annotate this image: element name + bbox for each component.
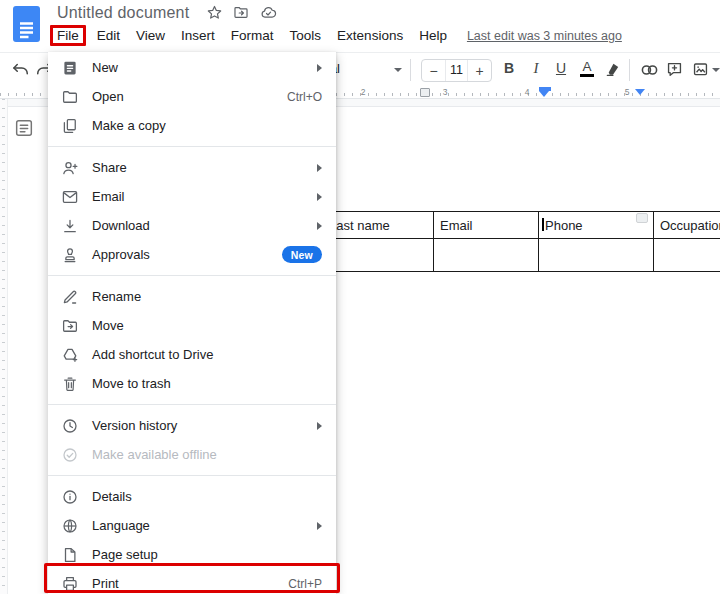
ruler-number: 2	[361, 87, 366, 97]
table-header-occupation[interactable]: Occupation	[654, 212, 720, 239]
submenu-arrow-icon	[317, 422, 322, 430]
left-indent-marker[interactable]	[539, 91, 549, 97]
increase-font-size-button[interactable]: +	[468, 63, 491, 79]
table-cell[interactable]	[654, 239, 720, 272]
decrease-font-size-button[interactable]: −	[422, 63, 445, 79]
table-header-last-name[interactable]: Last name	[323, 212, 434, 239]
trash-icon	[61, 375, 79, 393]
underline-button[interactable]: U	[552, 60, 570, 76]
move-folder-icon	[61, 317, 79, 335]
table-cell[interactable]	[539, 239, 654, 272]
copy-icon	[61, 117, 79, 135]
shortcut-label: Ctrl+P	[288, 577, 322, 591]
menu-item-rename[interactable]: Rename	[48, 282, 336, 311]
submenu-arrow-icon	[317, 164, 322, 172]
folder-open-icon	[61, 88, 79, 106]
drive-shortcut-icon	[61, 346, 79, 364]
google-docs-logo-icon[interactable]	[13, 6, 40, 46]
menu-item-approvals[interactable]: Approvals New	[48, 240, 336, 269]
menu-format[interactable]: Format	[223, 27, 282, 44]
first-line-indent-marker[interactable]	[539, 87, 551, 91]
menu-divider	[48, 475, 336, 476]
print-icon	[61, 575, 79, 593]
download-icon	[61, 217, 79, 235]
menu-divider	[48, 275, 336, 276]
menu-insert[interactable]: Insert	[173, 27, 223, 44]
menu-item-add-shortcut-to-drive[interactable]: Add shortcut to Drive	[48, 340, 336, 369]
rename-pencil-icon	[61, 288, 79, 306]
info-icon	[61, 488, 79, 506]
table-cell[interactable]	[434, 239, 539, 272]
table-column-ruler-grip[interactable]	[420, 88, 430, 97]
new-feature-badge: New	[282, 246, 322, 263]
submenu-arrow-icon	[317, 222, 322, 230]
table-header-email[interactable]: Email	[434, 212, 539, 239]
menu-item-download[interactable]: Download	[48, 211, 336, 240]
bold-button[interactable]: B	[500, 60, 518, 76]
text-color-button[interactable]: A	[578, 59, 596, 74]
menu-tools[interactable]: Tools	[282, 27, 330, 44]
menu-file[interactable]: File	[50, 25, 86, 46]
highlighter-icon[interactable]	[603, 60, 622, 83]
menu-item-make-a-copy[interactable]: Make a copy	[48, 111, 336, 140]
table-cell[interactable]	[323, 239, 434, 272]
text-cursor	[542, 218, 544, 231]
menu-divider	[48, 146, 336, 147]
insert-link-icon[interactable]	[639, 61, 660, 83]
menu-item-email[interactable]: Email	[48, 182, 336, 211]
document-table: Last name Email Phone Occupation	[322, 211, 720, 272]
font-size-control: − 11 +	[421, 59, 492, 82]
shortcut-label: Ctrl+O	[287, 90, 322, 104]
document-outline-icon[interactable]	[13, 117, 35, 143]
submenu-arrow-icon	[317, 64, 322, 72]
offline-check-icon	[61, 446, 79, 464]
version-history-icon	[61, 417, 79, 435]
language-globe-icon	[61, 517, 79, 535]
menu-item-details[interactable]: Details	[48, 482, 336, 511]
submenu-arrow-icon	[317, 193, 322, 201]
undo-icon[interactable]	[11, 60, 31, 84]
page-setup-icon	[61, 546, 79, 564]
menu-bar: File Edit View Insert Format Tools Exten…	[50, 25, 622, 46]
menu-item-open[interactable]: Open Ctrl+O	[48, 82, 336, 111]
right-indent-marker[interactable]	[635, 89, 645, 95]
text-color-swatch	[580, 74, 594, 78]
insert-image-icon[interactable]	[691, 60, 710, 83]
font-size-value[interactable]: 11	[445, 60, 468, 81]
ruler-number: 4	[525, 87, 530, 97]
menu-item-share[interactable]: Share	[48, 153, 336, 182]
menu-view[interactable]: View	[128, 27, 173, 44]
menu-item-print[interactable]: Print Ctrl+P	[48, 569, 336, 594]
new-document-icon	[61, 59, 79, 77]
menu-extensions[interactable]: Extensions	[329, 27, 411, 44]
add-comment-icon[interactable]	[665, 60, 684, 83]
menu-item-language[interactable]: Language	[48, 511, 336, 540]
email-icon	[61, 188, 79, 206]
vertical-ruler	[0, 99, 8, 594]
menu-item-move-to-trash[interactable]: Move to trash	[48, 369, 336, 398]
menu-item-version-history[interactable]: Version history	[48, 411, 336, 440]
font-dropdown-arrow-icon[interactable]	[394, 68, 402, 72]
document-title[interactable]: Untitled document	[57, 4, 189, 22]
image-dropdown-arrow-icon[interactable]	[712, 68, 720, 72]
menu-item-make-available-offline: Make available offline	[48, 440, 336, 469]
menu-divider	[48, 404, 336, 405]
submenu-arrow-icon	[317, 522, 322, 530]
table-column-control[interactable]	[636, 213, 648, 223]
menu-item-move[interactable]: Move	[48, 311, 336, 340]
top-bar: Untitled document File Edit View Insert …	[0, 0, 720, 52]
approvals-icon	[61, 246, 79, 264]
google-docs-window: Untitled document File Edit View Insert …	[0, 0, 720, 594]
ruler-number: 3	[443, 87, 448, 97]
menu-help[interactable]: Help	[411, 27, 455, 44]
file-menu-dropdown: New Open Ctrl+O Make a copy Share	[48, 52, 336, 594]
italic-button[interactable]: I	[527, 60, 545, 77]
move-document-icon[interactable]	[232, 4, 250, 21]
menu-item-page-setup[interactable]: Page setup	[48, 540, 336, 569]
menu-edit[interactable]: Edit	[89, 27, 128, 44]
menu-item-new[interactable]: New	[48, 53, 336, 82]
person-add-icon	[61, 159, 79, 177]
star-icon[interactable]	[206, 4, 223, 21]
last-edit-link[interactable]: Last edit was 3 minutes ago	[467, 29, 622, 43]
cloud-saved-icon[interactable]	[259, 4, 278, 21]
